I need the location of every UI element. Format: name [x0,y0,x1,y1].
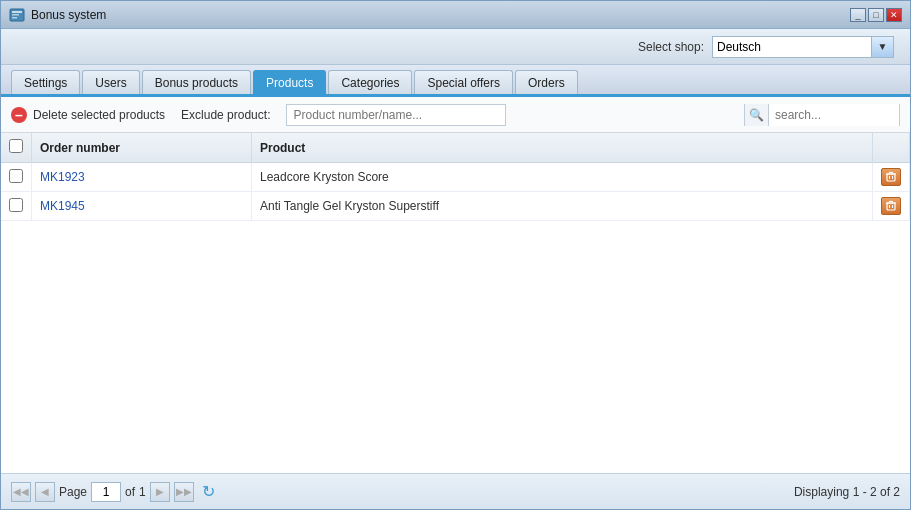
tab-categories[interactable]: Categories [328,70,412,94]
tab-orders[interactable]: Orders [515,70,578,94]
tabs-row: Settings Users Bonus products Products C… [1,65,910,97]
maximize-button[interactable]: □ [868,8,884,22]
shop-select[interactable]: Deutsch [712,36,872,58]
row-order-number: MK1923 [32,163,252,192]
svg-rect-2 [12,14,19,16]
display-count: Displaying 1 - 2 of 2 [794,485,900,499]
pagination-bar: ◀◀ ◀ Page of 1 ▶ ▶▶ ↻ Displaying 1 - 2 o… [1,473,910,509]
title-bar: Bonus system _ □ ✕ [1,1,910,29]
search-icon: 🔍 [745,104,769,126]
window-controls: _ □ ✕ [850,8,902,22]
tab-products[interactable]: Products [253,70,326,94]
table-row: MK1923 Leadcore Kryston Score [1,163,910,192]
row-checkbox[interactable] [9,198,23,212]
th-checkbox [1,133,32,163]
row-product: Anti Tangle Gel Kryston Superstiff [252,192,873,221]
products-table: Order number Product MK1923 Leadcore Kry… [1,133,910,221]
main-window: Bonus system _ □ ✕ Select shop: Deutsch … [0,0,911,510]
app-icon [9,7,25,23]
delete-icon: – [11,107,27,123]
window-title: Bonus system [31,8,106,22]
select-shop-label: Select shop: [638,40,704,54]
page-label: Page [59,485,87,499]
th-order-number: Order number [32,133,252,163]
exclude-label: Exclude product: [181,108,270,122]
svg-rect-3 [12,17,17,19]
row-product: Leadcore Kryston Score [252,163,873,192]
table-row: MK1945 Anti Tangle Gel Kryston Superstif… [1,192,910,221]
trash-icon [885,171,897,183]
row-order-number: MK1945 [32,192,252,221]
row-checkbox[interactable] [9,169,23,183]
row-checkbox-cell [1,163,32,192]
delete-row-button[interactable] [881,197,901,215]
first-page-button[interactable]: ◀◀ [11,482,31,502]
action-bar: – Delete selected products Exclude produ… [1,97,910,133]
svg-rect-4 [887,174,895,181]
table-header-row: Order number Product [1,133,910,163]
total-pages: 1 [139,485,146,499]
toolbar-row: Select shop: Deutsch ▼ [1,29,910,65]
shop-dropdown-arrow[interactable]: ▼ [872,36,894,58]
exclude-input[interactable] [286,104,506,126]
row-action-cell [873,163,910,192]
next-page-button[interactable]: ▶ [150,482,170,502]
shop-select-wrapper: Deutsch ▼ [712,36,894,58]
table-body: MK1923 Leadcore Kryston Score MK1945 [1,163,910,221]
tab-bonus-products[interactable]: Bonus products [142,70,251,94]
minimize-button[interactable]: _ [850,8,866,22]
row-checkbox-cell [1,192,32,221]
refresh-button[interactable]: ↻ [198,481,220,503]
close-button[interactable]: ✕ [886,8,902,22]
svg-rect-9 [887,203,895,210]
th-action [873,133,910,163]
of-label: of [125,485,135,499]
prev-page-button[interactable]: ◀ [35,482,55,502]
row-action-cell [873,192,910,221]
last-page-button[interactable]: ▶▶ [174,482,194,502]
tab-settings[interactable]: Settings [11,70,80,94]
delete-selected-button[interactable]: – Delete selected products [11,107,165,123]
content-area: – Delete selected products Exclude produ… [1,97,910,509]
trash-icon [885,200,897,212]
th-product: Product [252,133,873,163]
table-container: Order number Product MK1923 Leadcore Kry… [1,133,910,473]
pagination-left: ◀◀ ◀ Page of 1 ▶ ▶▶ ↻ [11,481,220,503]
tab-special-offers[interactable]: Special offers [414,70,513,94]
delete-selected-label: Delete selected products [33,108,165,122]
svg-rect-1 [12,11,22,13]
search-wrapper: 🔍 [744,104,900,126]
delete-row-button[interactable] [881,168,901,186]
select-all-checkbox[interactable] [9,139,23,153]
page-input[interactable] [91,482,121,502]
search-input[interactable] [769,104,899,126]
tab-users[interactable]: Users [82,70,139,94]
title-bar-left: Bonus system [9,7,106,23]
